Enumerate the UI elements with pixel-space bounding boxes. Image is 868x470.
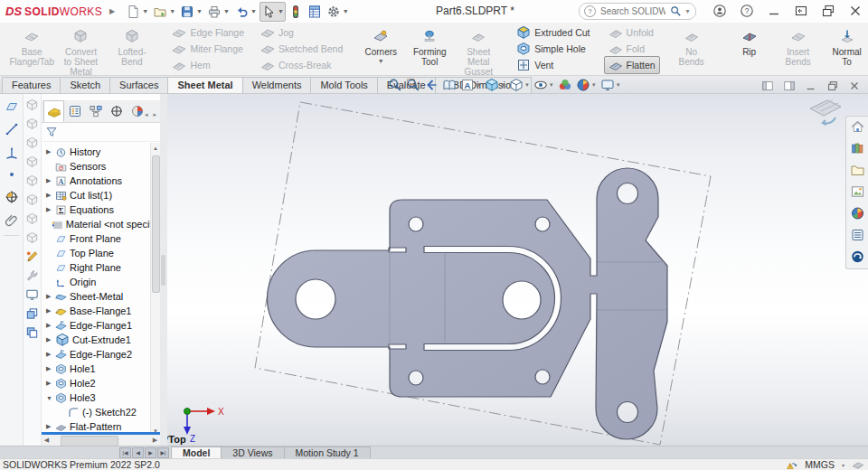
vent-button[interactable]: Vent [512, 56, 594, 74]
exit-sketch-icon[interactable] [25, 249, 39, 264]
expand-collapsed-icon[interactable]: ▶ [46, 293, 55, 300]
login-button[interactable] [712, 4, 727, 20]
options-gear-button[interactable]: ▼ [325, 2, 351, 22]
taskpane-tab-appearances-scenes[interactable] [850, 206, 865, 222]
rebuild-traffic-light-button[interactable] [287, 2, 305, 22]
expand-expanded-icon[interactable]: ▼ [46, 395, 55, 401]
filter-funnel-icon[interactable] [45, 126, 58, 138]
view-cube-icon[interactable] [25, 117, 39, 131]
dropdown-arrow-icon[interactable]: ▼ [169, 8, 175, 14]
tree-tab-nav-arrows[interactable]: ◂ ▸ [145, 111, 158, 118]
dock-button[interactable] [794, 4, 808, 20]
dropdown-arrow-icon[interactable]: ▼ [223, 8, 230, 14]
expand-collapsed-icon[interactable]: ▶ [46, 322, 55, 329]
dimxpert-tab[interactable] [106, 100, 127, 122]
pane-right-button[interactable] [783, 79, 796, 95]
taskpane-tab-forum[interactable] [850, 249, 865, 266]
tab-nav-next-button[interactable]: ▶ [145, 447, 156, 458]
view-cube-icon[interactable] [25, 174, 39, 188]
expand-collapsed-icon[interactable]: ▶ [46, 423, 55, 430]
monitor-icon[interactable] [25, 287, 39, 302]
apply-scene-button[interactable]: ▼ [575, 78, 598, 92]
doc-restore-button[interactable] [826, 79, 839, 95]
doc-minimize-button[interactable] [805, 79, 817, 95]
normal-to-button[interactable]: NormalTo [823, 24, 868, 69]
expand-collapsed-icon[interactable]: ▶ [46, 351, 55, 358]
tab-nav-last-button[interactable]: ▶| [157, 447, 169, 458]
search-icon[interactable] [670, 5, 682, 17]
dropdown-arrow-icon[interactable]: ▼ [196, 8, 203, 14]
extruded-cut-button[interactable]: Extruded Cut [512, 24, 594, 42]
rebuild-alert-icon[interactable]: ! [786, 459, 797, 470]
zoom-fit-button[interactable] [387, 78, 403, 92]
scrollbar-thumb[interactable] [152, 155, 160, 293]
tab-weldments[interactable]: Weldments [242, 77, 312, 93]
tree-item-cut-list-1-[interactable]: ▶Cut list(1) [42, 188, 160, 202]
expand-collapsed-icon[interactable]: ▶ [46, 365, 55, 372]
graphics-viewport[interactable]: X Z *Top [167, 94, 868, 446]
minimize-button[interactable] [767, 4, 781, 20]
expand-collapsed-icon[interactable]: ▶ [46, 177, 55, 184]
tree-horizontal-scrollbar[interactable]: ◀ ▶ [42, 435, 160, 446]
view-cube-icon[interactable] [25, 193, 39, 207]
save-button[interactable]: ▼ [178, 2, 204, 22]
tree-item-front-plane[interactable]: Front Plane [42, 231, 160, 246]
help-button[interactable]: ? [740, 4, 754, 20]
tab-surfaces[interactable]: Surfaces [109, 77, 168, 93]
tree-item-right-plane[interactable]: Right Plane [42, 260, 160, 275]
view-cube-icon[interactable] [25, 136, 39, 150]
expand-collapsed-icon[interactable]: ▶ [46, 336, 55, 343]
view-cube-icon[interactable] [25, 230, 39, 245]
rip-button[interactable]: Rip [725, 24, 774, 59]
point-icon[interactable] [5, 167, 19, 182]
tree-item-sensors[interactable]: Sensors [42, 159, 160, 174]
tab-nav-previous-button[interactable]: ◀ [132, 447, 144, 458]
scroll-left-icon[interactable]: ◀ [42, 437, 52, 444]
dropdown-arrow-icon[interactable]: ▼ [616, 82, 621, 88]
featuremanager-tab[interactable] [43, 100, 64, 122]
tab-mold-tools[interactable]: Mold Tools [310, 77, 377, 93]
undo-button[interactable]: ▼ [232, 2, 259, 22]
section-view-button[interactable] [441, 78, 458, 92]
origin-target-icon[interactable] [5, 190, 19, 204]
ref-plane-icon[interactable] [5, 99, 19, 114]
close-button[interactable] [848, 4, 863, 20]
print-button[interactable]: ▼ [205, 2, 231, 22]
tab-sketch[interactable]: Sketch [60, 77, 110, 93]
tree-vertical-scrollbar[interactable]: ▲ ▼ [150, 143, 160, 436]
units-indicator[interactable]: MMGS [805, 459, 835, 470]
menu-expand-arrow[interactable]: ▶ [109, 7, 115, 15]
sheet-tab-model[interactable]: Model [171, 446, 222, 458]
tab-features[interactable]: Features [2, 77, 61, 93]
tree-item-sheet-metal[interactable]: ▶Sheet-Metal [42, 289, 160, 304]
previous-view-button[interactable] [423, 78, 439, 92]
zoom-area-button[interactable] [405, 78, 421, 92]
edit-appearance-button[interactable] [557, 78, 573, 92]
splitter-grab-handle[interactable] [161, 255, 165, 286]
expand-collapsed-icon[interactable]: ▶ [46, 380, 55, 387]
sheet-tab-motion-study-1[interactable]: Motion Study 1 [284, 446, 371, 458]
filter-funnel-icon[interactable] [45, 126, 58, 138]
new-document-button[interactable]: ▼ [124, 2, 150, 22]
units-dropdown-icon[interactable]: ▾ [842, 462, 844, 468]
expand-collapsed-icon[interactable]: ▶ [46, 206, 55, 213]
view-cube-icon[interactable] [25, 155, 39, 169]
configurationmanager-tab[interactable] [85, 100, 106, 122]
tools-wrench-icon[interactable] [25, 268, 39, 283]
file-properties-button[interactable] [306, 2, 324, 22]
tree-filter-row[interactable] [42, 123, 160, 142]
tab-nav-first-button[interactable]: |◀ [119, 447, 131, 458]
sheet-metal-flat-pattern[interactable] [267, 168, 667, 439]
hscrollbar-thumb[interactable] [61, 436, 118, 446]
tree-item-base-flange1[interactable]: ▶Base-Flange1 [42, 304, 160, 318]
simple-hole-button[interactable]: Simple Hole [512, 40, 594, 58]
dropdown-arrow-icon[interactable]: ▼ [591, 82, 597, 88]
taskpane-tab-design-library[interactable] [850, 141, 865, 157]
expand-collapsed-icon[interactable]: ▶ [46, 307, 55, 315]
scroll-up-icon[interactable]: ▲ [151, 143, 160, 153]
scroll-right-icon[interactable]: ▶ [150, 437, 160, 444]
expand-collapsed-icon[interactable]: ▶ [46, 192, 55, 199]
tree-item-cut-extrude1[interactable]: ▶Cut-Extrude1 [42, 333, 160, 347]
tree-item-material-not-specifie[interactable]: Material <not specifie [42, 217, 160, 231]
hide-show-items-button[interactable]: ▼ [533, 78, 555, 92]
